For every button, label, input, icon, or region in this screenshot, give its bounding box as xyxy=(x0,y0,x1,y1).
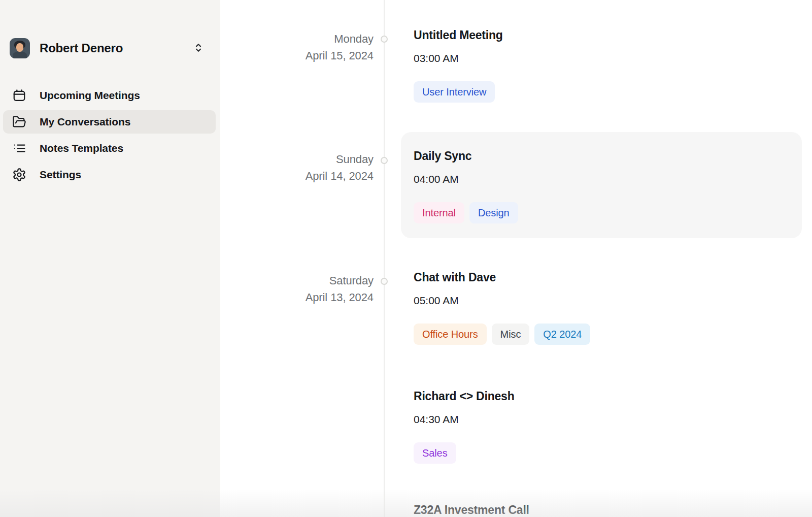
sidebar-item-upcoming-meetings[interactable]: Upcoming Meetings xyxy=(0,82,220,109)
meeting-card[interactable]: Untitled Meeting 03:00 AM User Interview xyxy=(414,28,503,103)
sidebar-item-label: My Conversations xyxy=(40,116,130,128)
sidebar-item-settings[interactable]: Settings xyxy=(0,161,220,188)
date-day: Sunday xyxy=(220,151,374,168)
calendar-icon xyxy=(12,88,26,103)
timeline-dot xyxy=(381,36,388,43)
tag-office-hours[interactable]: Office Hours xyxy=(414,324,487,345)
tag-list: Internal Design xyxy=(414,202,789,223)
tag-internal[interactable]: Internal xyxy=(414,202,464,223)
sidebar-nav: Upcoming Meetings My Conversations xyxy=(0,82,220,188)
tag-sales[interactable]: Sales xyxy=(414,442,456,464)
meeting-time: 05:00 AM xyxy=(414,295,590,307)
tag-user-interview[interactable]: User Interview xyxy=(414,81,495,103)
gear-icon xyxy=(12,168,26,182)
tag-q2-2024[interactable]: Q2 2024 xyxy=(534,324,590,345)
date-full: April 13, 2024 xyxy=(220,289,374,306)
profile-switcher[interactable]: Robert Denero xyxy=(0,37,220,59)
date-label: Saturday April 13, 2024 xyxy=(220,272,374,306)
sidebar-item-my-conversations[interactable]: My Conversations xyxy=(0,109,220,135)
sidebar-item-label: Settings xyxy=(40,169,81,181)
date-full: April 14, 2024 xyxy=(220,168,374,184)
meeting-card[interactable]: Chat with Dave 05:00 AM Office Hours Mis… xyxy=(414,270,590,345)
date-label: Sunday April 14, 2024 xyxy=(220,151,374,184)
avatar-face xyxy=(16,43,23,52)
date-day: Saturday xyxy=(220,272,374,289)
meeting-time: 04:00 AM xyxy=(414,173,789,185)
timeline-line xyxy=(384,0,385,517)
tag-list: Sales xyxy=(414,442,515,464)
timeline-dot xyxy=(381,157,388,164)
tag-list: Office Hours Misc Q2 2024 xyxy=(414,324,590,345)
meeting-title: Daily Sync xyxy=(414,149,789,163)
meeting-card[interactable]: Richard <> Dinesh 04:30 AM Sales xyxy=(414,389,515,464)
meeting-title: Z32A Investment Call xyxy=(414,503,529,517)
tag-misc[interactable]: Misc xyxy=(492,324,530,345)
profile-name: Robert Denero xyxy=(40,41,123,55)
meeting-card-highlighted[interactable]: Daily Sync 04:00 AM Internal Design xyxy=(401,132,802,238)
timeline-dot xyxy=(381,278,388,285)
sidebar-item-label: Upcoming Meetings xyxy=(40,89,140,102)
tag-list: User Interview xyxy=(414,81,503,103)
meeting-time: 03:00 AM xyxy=(414,52,503,64)
sidebar-item-notes-templates[interactable]: Notes Templates xyxy=(0,135,220,161)
meeting-title: Richard <> Dinesh xyxy=(414,389,515,403)
meeting-time: 04:30 AM xyxy=(414,413,515,426)
tag-design[interactable]: Design xyxy=(469,202,518,223)
meeting-title: Chat with Dave xyxy=(414,270,590,284)
bullet-list-icon xyxy=(12,141,26,155)
meeting-card[interactable]: Z32A Investment Call xyxy=(414,503,529,517)
avatar xyxy=(10,38,30,58)
date-day: Monday xyxy=(220,30,374,47)
date-full: April 15, 2024 xyxy=(220,47,374,64)
chevron-up-down-icon[interactable] xyxy=(192,42,205,54)
sidebar-item-label: Notes Templates xyxy=(40,142,123,154)
date-label: Monday April 15, 2024 xyxy=(220,30,374,64)
avatar-body xyxy=(13,51,27,58)
sidebar: Robert Denero Upcoming Meetings xyxy=(0,0,220,517)
meeting-title: Untitled Meeting xyxy=(414,28,503,42)
conversations-timeline: Monday April 15, 2024 Untitled Meeting 0… xyxy=(220,0,812,517)
folder-icon xyxy=(12,115,26,129)
